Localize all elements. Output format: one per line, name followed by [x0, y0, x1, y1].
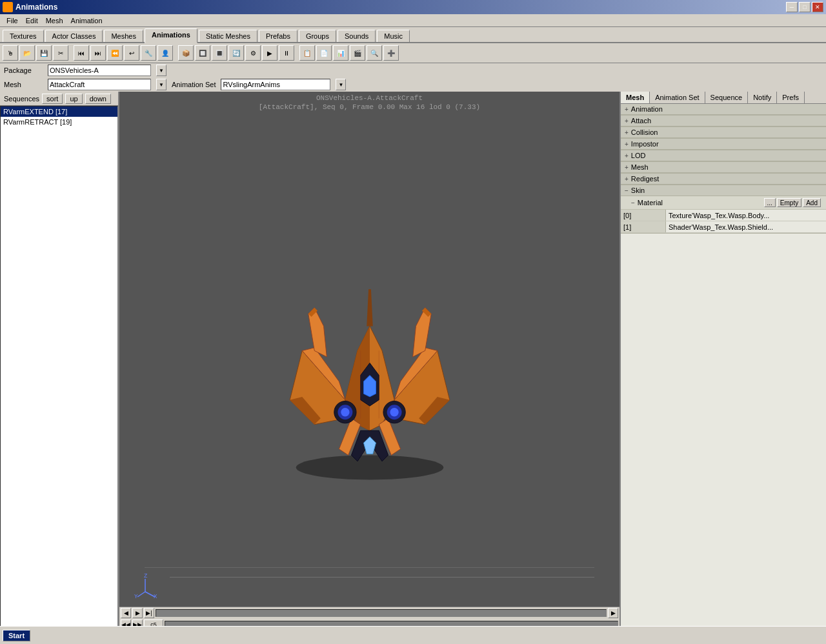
material-row-0: [0] Texture'Wasp_Tex.Wasp.Body... — [621, 210, 826, 221]
package-dropdown[interactable]: ▼ — [156, 65, 166, 76]
toolbar-btn-16[interactable]: ▶ — [262, 45, 277, 61]
toolbar-btn-14[interactable]: 🔄 — [228, 45, 244, 61]
toolbar-btn-10[interactable]: 👤 — [157, 45, 173, 61]
tab-groups[interactable]: Groups — [299, 30, 336, 42]
group-label: Animation — [631, 105, 663, 113]
properties-panel: + Animation + Attach + Collision — [621, 104, 826, 632]
tab-meshes[interactable]: Meshes — [104, 30, 143, 42]
group-label: Redigest — [631, 175, 659, 183]
toolbar-btn-4[interactable]: ✂ — [53, 45, 68, 61]
title-bar: Animations ─ □ ✕ — [0, 0, 826, 14]
tab-actor-classes[interactable]: Actor Classes — [45, 30, 103, 42]
toolbar-btn-22[interactable]: 🔍 — [367, 45, 382, 61]
expand-icon: + — [625, 176, 629, 183]
material-row-1: [1] Shader'Wasp_Tex.Wasp.Shield... — [621, 221, 826, 233]
toolbar-btn-15[interactable]: ⚙ — [245, 45, 261, 61]
material-value-1[interactable]: Shader'Wasp_Tex.Wasp.Shield... — [666, 221, 826, 232]
prop-group-mesh-header[interactable]: + Mesh — [621, 162, 826, 173]
prop-group-skin: − Skin − Material ... Empty Add [0] Te — [621, 185, 826, 234]
material-sub-header[interactable]: − Material ... Empty Add — [621, 196, 826, 210]
prop-group-skin-header[interactable]: − Skin — [621, 185, 826, 196]
play-forward-button[interactable]: ▶ — [132, 608, 143, 618]
prop-group-impostor: + Impostor — [621, 139, 826, 150]
menu-file[interactable]: File — [3, 15, 22, 26]
viewport[interactable]: ONSVehicles-A.AttackCraft [AttackCraft],… — [119, 92, 620, 632]
up-button[interactable]: up — [65, 94, 82, 104]
prop-group-attach-header[interactable]: + Attach — [621, 116, 826, 126]
toolbar-btn-8[interactable]: ↩ — [124, 45, 139, 61]
tab-static-meshes[interactable]: Static Meshes — [199, 30, 257, 42]
prop-group-impostor-header[interactable]: + Impostor — [621, 139, 826, 150]
toolbar-btn-19[interactable]: 📄 — [316, 45, 332, 61]
play-end-button[interactable]: ▶| — [144, 608, 154, 618]
anim-set-input[interactable] — [221, 79, 330, 90]
mesh-input[interactable] — [48, 79, 151, 90]
mesh-dropdown[interactable]: ▼ — [156, 79, 166, 90]
toolbar-btn-7[interactable]: ⏪ — [107, 45, 123, 61]
toolbar-btn-11[interactable]: 📦 — [178, 45, 194, 61]
toolbar-btn-17[interactable]: ⏸ — [279, 45, 294, 61]
prop-group-redigest-header[interactable]: + Redigest — [621, 174, 826, 185]
play-back-button[interactable]: ◀ — [121, 608, 131, 618]
toolbar-btn-9[interactable]: 🔧 — [141, 45, 156, 61]
tab-animations[interactable]: Animations — [145, 28, 197, 43]
package-input[interactable] — [48, 65, 151, 76]
menu-bar: File Edit Mesh Animation — [0, 14, 826, 27]
prop-group-collision-header[interactable]: + Collision — [621, 127, 826, 138]
tab-mesh[interactable]: Mesh — [621, 92, 650, 103]
tab-notify[interactable]: Notify — [748, 92, 777, 103]
toolbar-btn-21[interactable]: 🎬 — [350, 45, 365, 61]
toolbar-btn-20[interactable]: 📊 — [333, 45, 348, 61]
menu-mesh[interactable]: Mesh — [42, 15, 67, 26]
material-add-button[interactable]: Add — [803, 198, 821, 207]
z-axis-label: Z — [144, 573, 148, 579]
close-button[interactable]: ✕ — [812, 2, 823, 12]
maximize-button[interactable]: □ — [799, 2, 811, 12]
list-item[interactable]: RVarmRETRACT [19] — [1, 117, 117, 127]
material-value-0[interactable]: Texture'Wasp_Tex.Wasp.Body... — [666, 210, 826, 221]
svg-point-3 — [341, 408, 349, 416]
prop-group-animation-header[interactable]: + Animation — [621, 104, 826, 115]
toolbar-btn-18[interactable]: 📋 — [299, 45, 315, 61]
timeline-track[interactable] — [156, 609, 607, 617]
toolbar-btn-1[interactable]: 🖱 — [3, 45, 18, 61]
toolbar-btn-23[interactable]: ➕ — [383, 45, 399, 61]
tab-prefabs[interactable]: Prefabs — [259, 30, 297, 42]
toolbar-btn-13[interactable]: 🔳 — [212, 45, 227, 61]
material-edit-button[interactable]: ... — [764, 198, 776, 207]
menu-edit[interactable]: Edit — [22, 15, 42, 26]
minimize-button[interactable]: ─ — [786, 2, 798, 12]
tab-textures[interactable]: Textures — [3, 30, 44, 42]
tab-prefs[interactable]: Prefs — [777, 92, 805, 103]
tab-sequence[interactable]: Sequence — [705, 92, 749, 103]
down-button[interactable]: down — [85, 94, 111, 104]
anim-set-dropdown[interactable]: ▼ — [336, 79, 346, 90]
toolbar-btn-6[interactable]: ⏭ — [90, 45, 106, 61]
sequences-label: Sequences — [4, 95, 39, 103]
svg-line-10 — [137, 592, 145, 597]
list-item[interactable]: RVarmEXTEND [17] — [1, 106, 117, 117]
menu-animation[interactable]: Animation — [67, 15, 106, 26]
material-empty-button[interactable]: Empty — [777, 198, 801, 207]
toolbar-btn-2[interactable]: 📂 — [19, 45, 35, 61]
svg-point-0 — [296, 455, 443, 479]
tab-music[interactable]: Music — [377, 30, 410, 42]
sort-button[interactable]: sort — [42, 94, 63, 104]
toolbar-btn-5[interactable]: ⏮ — [74, 45, 89, 61]
mesh-row: Mesh ▼ Animation Set ▼ — [0, 77, 826, 92]
prop-group-lod-header[interactable]: + LOD — [621, 150, 826, 161]
y-axis-label: Y — [134, 594, 138, 598]
scroll-end-button[interactable]: ▶ — [608, 608, 618, 618]
expand-icon: + — [625, 164, 629, 171]
group-label: Collision — [631, 128, 658, 136]
tab-sounds[interactable]: Sounds — [337, 30, 376, 42]
sequences-header: Sequences sort up down — [0, 92, 118, 106]
start-button[interactable]: Start — [3, 630, 30, 641]
toolbar-btn-3[interactable]: 💾 — [36, 45, 52, 61]
prop-group-attach: + Attach — [621, 116, 826, 127]
material-key-0: [0] — [621, 210, 666, 221]
expand-icon: + — [625, 141, 629, 148]
tab-animation-set[interactable]: Animation Set — [650, 92, 705, 103]
left-panel: Sequences sort up down RVarmEXTEND [17] … — [0, 92, 119, 632]
toolbar-btn-12[interactable]: 🔲 — [195, 45, 210, 61]
